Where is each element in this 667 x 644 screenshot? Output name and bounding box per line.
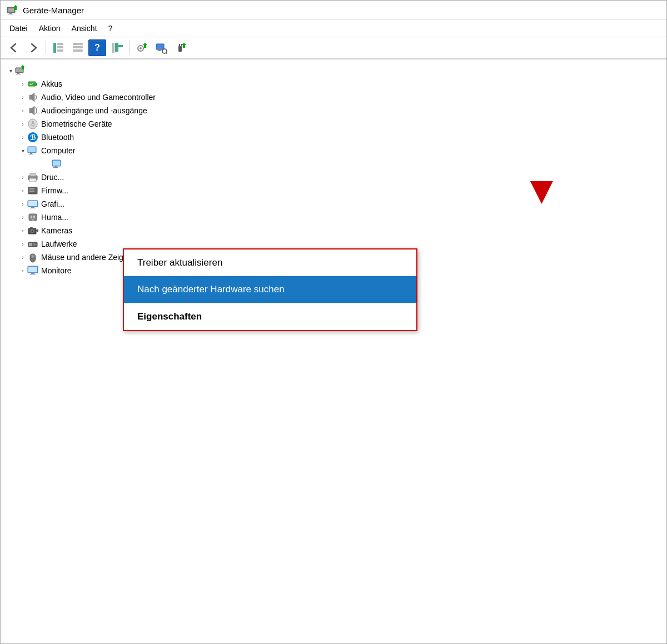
- ctx-update-driver[interactable]: Treiber aktualisieren: [124, 249, 416, 276]
- svg-rect-79: [30, 274, 36, 274]
- tree-item-bluetooth[interactable]: › ℬ Bluetooth: [1, 131, 666, 144]
- computer-expand[interactable]: ▾: [18, 146, 27, 155]
- svg-rect-78: [31, 273, 34, 274]
- svg-rect-51: [29, 188, 32, 189]
- svg-text:ℬ: ℬ: [30, 133, 36, 142]
- akkus-icon: [27, 78, 38, 89]
- svg-rect-6: [57, 43, 63, 45]
- view-resources-button[interactable]: [69, 39, 87, 56]
- biometrisch-label: Biometrische Geräte: [41, 119, 112, 128]
- maeuse-icon: [27, 252, 38, 263]
- bluetooth-icon: ℬ: [27, 132, 38, 143]
- svg-rect-18: [158, 49, 161, 51]
- svg-rect-3: [8, 14, 13, 14]
- forward-button[interactable]: [24, 39, 42, 56]
- tree-item-computer-sub[interactable]: [1, 157, 666, 171]
- tree-item-firmware[interactable]: › Firmw...: [1, 184, 666, 197]
- grafik-label: Grafi...: [41, 199, 64, 208]
- svg-rect-77: [28, 267, 37, 272]
- menu-aktion[interactable]: Aktion: [34, 22, 65, 34]
- svg-rect-2: [9, 13, 12, 14]
- audio-label: Audio, Video und Gamecontroller: [41, 93, 156, 102]
- tree-item-computer[interactable]: ▾ Computer: [1, 144, 666, 157]
- audioeingaenge-icon: [27, 105, 38, 116]
- svg-rect-67: [30, 227, 33, 229]
- update-driver-toolbar-button[interactable]: [133, 39, 151, 56]
- bluetooth-label: Bluetooth: [41, 133, 74, 142]
- context-menu: Treiber aktualisieren Nach geänderter Ha…: [123, 248, 417, 331]
- firmware-icon: [27, 185, 38, 196]
- help-button[interactable]: ?: [88, 39, 106, 56]
- menu-help[interactable]: ?: [104, 22, 117, 34]
- svg-rect-32: [36, 83, 37, 86]
- menu-datei[interactable]: Datei: [5, 22, 32, 34]
- bluetooth-expand[interactable]: ›: [18, 133, 27, 142]
- svg-rect-47: [30, 173, 36, 176]
- hid-expand[interactable]: ›: [18, 213, 27, 222]
- firmware-expand[interactable]: ›: [18, 186, 27, 195]
- ctx-properties[interactable]: Eigenschaften: [124, 303, 416, 330]
- monitore-expand[interactable]: ›: [18, 266, 27, 275]
- app-icon: [6, 4, 18, 16]
- grafik-expand[interactable]: ›: [18, 199, 27, 208]
- svg-rect-61: [33, 216, 35, 218]
- tree-item-drucker[interactable]: › Druc...: [1, 171, 666, 184]
- svg-rect-48: [29, 178, 36, 182]
- ctx-scan-hardware[interactable]: Nach geänderter Hardware suchen: [124, 276, 416, 303]
- akkus-expand[interactable]: ›: [18, 79, 27, 88]
- biometrisch-icon: [27, 118, 38, 129]
- view-devices-button[interactable]: [49, 39, 67, 56]
- svg-rect-11: [73, 49, 83, 52]
- svg-rect-56: [28, 201, 37, 206]
- back-button[interactable]: [5, 39, 23, 56]
- tree-item-audio[interactable]: › Audio, Video und Gamecontroller: [1, 91, 666, 104]
- maeuse-expand[interactable]: ›: [18, 253, 27, 262]
- svg-rect-58: [30, 208, 36, 208]
- svg-rect-41: [29, 154, 33, 154]
- svg-rect-8: [57, 49, 63, 52]
- svg-point-20: [162, 49, 167, 53]
- firmware-label: Firmw...: [41, 186, 68, 195]
- tree-item-akkus[interactable]: › Akkus: [1, 77, 666, 91]
- monitore-label: Monitore: [41, 266, 71, 275]
- svg-point-70: [33, 243, 36, 246]
- svg-point-49: [34, 177, 36, 178]
- svg-rect-17: [156, 44, 164, 49]
- svg-rect-7: [57, 46, 63, 48]
- svg-point-62: [32, 219, 34, 221]
- view-connections-button[interactable]: [108, 39, 126, 56]
- hid-icon: [27, 212, 38, 223]
- kameras-label: Kameras: [41, 226, 72, 235]
- biometrisch-expand[interactable]: ›: [18, 119, 27, 128]
- svg-rect-44: [54, 166, 57, 167]
- main-content: ▾ › Akkus ›: [1, 59, 666, 504]
- grafik-icon: [27, 198, 38, 209]
- tree-item-biometrisch[interactable]: › Biometrische Geräte: [1, 117, 666, 131]
- root-expand[interactable]: ▾: [6, 66, 15, 75]
- kameras-expand[interactable]: ›: [18, 226, 27, 235]
- scan-button[interactable]: [152, 39, 170, 56]
- svg-marker-25: [182, 43, 186, 48]
- svg-rect-10: [73, 46, 83, 48]
- audioeingaenge-expand[interactable]: ›: [18, 106, 27, 115]
- tree-item-grafik[interactable]: › Grafi...: [1, 197, 666, 211]
- menu-ansicht[interactable]: Ansicht: [67, 22, 102, 34]
- tree-item-hid[interactable]: › Huma...: [1, 211, 666, 224]
- tree-item-kameras[interactable]: › Kameras: [1, 224, 666, 237]
- svg-marker-66: [36, 229, 38, 232]
- svg-rect-52: [32, 188, 34, 189]
- svg-rect-43: [53, 161, 60, 166]
- root-icon: [15, 65, 26, 76]
- audio-expand[interactable]: ›: [18, 93, 27, 102]
- tree-item-audioeingaenge[interactable]: › Audioeingänge und -ausgänge: [1, 104, 666, 117]
- laufwerke-expand[interactable]: ›: [18, 239, 27, 248]
- tree-root[interactable]: ▾: [1, 64, 666, 77]
- svg-point-71: [36, 244, 37, 245]
- add-device-button[interactable]: [172, 39, 190, 56]
- svg-rect-19: [157, 51, 162, 51]
- app-title: Geräte-Manager: [23, 6, 84, 15]
- svg-rect-45: [53, 167, 58, 168]
- svg-rect-9: [73, 43, 83, 45]
- svg-rect-29: [16, 74, 21, 74]
- drucker-expand[interactable]: ›: [18, 173, 27, 182]
